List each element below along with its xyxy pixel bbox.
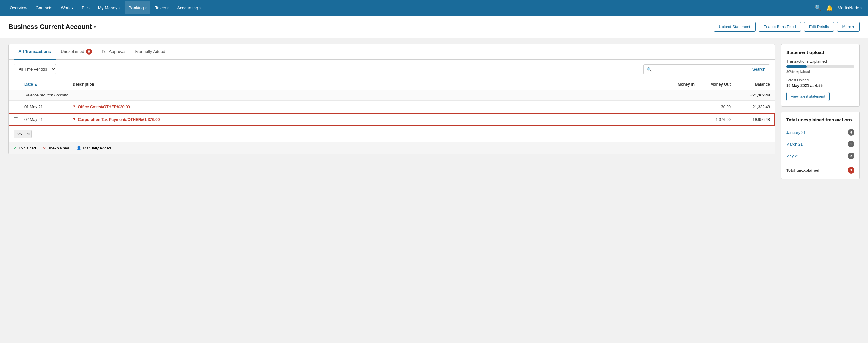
pagination-row: 25 10 50 100: [9, 126, 775, 142]
statement-upload-title: Statement upload: [786, 50, 855, 55]
balance-forward-row: Balance brought Forward £21,362.48: [9, 90, 775, 101]
upload-statement-button[interactable]: Upload Statement: [714, 22, 755, 32]
edit-details-button[interactable]: Edit Details: [804, 22, 834, 32]
total-unexplained-count: 9: [848, 167, 855, 174]
accounting-dropdown-icon: ▾: [199, 6, 201, 10]
latest-upload-label: Latest Upload: [786, 78, 855, 82]
tab-all-transactions[interactable]: All Transactions: [13, 44, 56, 60]
nav-right: 🔍 🔔 MediaNode ▾: [815, 4, 862, 11]
nav-left: Overview Contacts Work ▾ Bills My Money …: [6, 1, 205, 14]
search-box-icon: 🔍: [644, 65, 655, 74]
header-actions: Upload Statement Enable Bank Feed Edit D…: [714, 22, 860, 32]
nav-accounting[interactable]: Accounting ▾: [174, 1, 204, 14]
january-21-count: 6: [848, 129, 855, 136]
mymoney-dropdown-icon: ▾: [119, 6, 120, 10]
unexplained-item-jan: January 21 6: [786, 127, 855, 138]
col-date[interactable]: Date ▲: [25, 82, 73, 87]
unexplained-icon-1: ?: [73, 104, 75, 109]
person-icon: 👤: [76, 146, 81, 150]
row-checkbox-1[interactable]: [13, 105, 19, 109]
col-balance: Balance: [731, 82, 770, 87]
transactions-panel: All Transactions Unexplained 9 For Appro…: [8, 44, 775, 154]
unexplained-icon-2: ?: [73, 117, 75, 122]
may-21-count: 2: [848, 152, 855, 159]
page-size-select[interactable]: 25 10 50 100: [13, 130, 32, 138]
total-unexplained-row: Total unexplained 9: [786, 164, 855, 174]
row-checkbox-2[interactable]: [13, 117, 19, 122]
search-input[interactable]: [655, 65, 748, 74]
legend-unexplained: ? Unexplained: [43, 146, 69, 150]
total-unexplained-label: Total unexplained: [786, 168, 819, 173]
banking-dropdown-icon: ▾: [145, 6, 147, 10]
page-title: Business Current Account ▾: [8, 23, 96, 31]
more-dropdown-icon: ▾: [852, 25, 855, 29]
tab-for-approval[interactable]: For Approval: [97, 44, 130, 60]
taxes-dropdown-icon: ▾: [167, 6, 168, 10]
row-desc-cell-2: ? Corporation Tax Payment//OTHER/£1,376.…: [73, 117, 658, 122]
march-21-count: 1: [848, 141, 855, 147]
nav-banking[interactable]: Banking ▾: [125, 1, 150, 14]
check-icon: ✓: [13, 146, 17, 150]
unexplained-card-title: Total unexplained transactions: [786, 117, 855, 123]
may-21-link[interactable]: May 21: [786, 154, 799, 158]
search-button[interactable]: Search: [748, 65, 770, 74]
more-button[interactable]: More ▾: [837, 22, 860, 32]
row-desc-1[interactable]: Office Costs//OTHER/£30.00: [78, 105, 130, 109]
january-21-link[interactable]: January 21: [786, 130, 806, 135]
row-date-2: 02 May 21: [25, 117, 73, 122]
enable-bank-feed-button[interactable]: Enable Bank Feed: [758, 22, 801, 32]
unexplained-item-mar: March 21 1: [786, 138, 855, 150]
progress-bar-bg: [786, 65, 855, 68]
transactions-explained-label: Transactions Explained: [786, 59, 855, 64]
col-description: Description: [73, 82, 658, 87]
nav-contacts[interactable]: Contacts: [32, 1, 56, 14]
row-money-out-1: 30.00: [694, 105, 731, 109]
row-balance-2: 19,956.48: [731, 117, 770, 122]
col-money-in: Money In: [658, 82, 694, 87]
col-money-out: Money Out: [694, 82, 731, 87]
question-icon: ?: [43, 146, 45, 150]
bell-icon[interactable]: 🔔: [826, 4, 833, 11]
tab-manually-added[interactable]: Manually Added: [130, 44, 170, 60]
balance-forward-label: Balance brought Forward: [25, 93, 694, 97]
statement-upload-card: Statement upload Transactions Explained …: [781, 44, 860, 107]
search-icon[interactable]: 🔍: [815, 4, 821, 11]
legend: ✓ Explained ? Unexplained 👤 Manually Add…: [9, 142, 775, 154]
main-layout: All Transactions Unexplained 9 For Appro…: [0, 38, 868, 190]
view-latest-statement-button[interactable]: View latest statement: [786, 92, 830, 101]
balance-forward-amount: £21,362.48: [731, 93, 770, 97]
march-21-link[interactable]: March 21: [786, 142, 803, 146]
work-dropdown-icon: ▾: [72, 6, 73, 10]
top-navigation: Overview Contacts Work ▾ Bills My Money …: [0, 0, 868, 16]
row-desc-cell-1: ? Office Costs//OTHER/£30.00: [73, 104, 658, 109]
nav-work[interactable]: Work ▾: [57, 1, 77, 14]
page-header: Business Current Account ▾ Upload Statem…: [0, 16, 868, 38]
account-dropdown-icon[interactable]: ▾: [94, 25, 96, 29]
user-dropdown-icon: ▾: [861, 6, 862, 10]
col-checkbox: [13, 82, 25, 87]
progress-bar-fill: [786, 65, 807, 68]
nav-bills[interactable]: Bills: [78, 1, 93, 14]
legend-manually-added: 👤 Manually Added: [76, 146, 111, 150]
table-header: Date ▲ Description Money In Money Out Ba…: [9, 79, 775, 90]
nav-taxes[interactable]: Taxes ▾: [151, 1, 173, 14]
search-box: 🔍 Search: [643, 64, 770, 74]
row-date-1: 01 May 21: [25, 105, 73, 109]
progress-label: 30% explained: [786, 70, 855, 74]
right-panel: Statement upload Transactions Explained …: [781, 44, 860, 184]
table-row: 01 May 21 ? Office Costs//OTHER/£30.00 3…: [9, 101, 775, 113]
nav-overview[interactable]: Overview: [6, 1, 31, 14]
row-balance-1: 21,332.48: [731, 105, 770, 109]
unexplained-badge: 9: [86, 48, 92, 55]
tab-unexplained[interactable]: Unexplained 9: [56, 44, 97, 60]
latest-upload-value: 19 May 2021 at 4:55: [786, 83, 855, 88]
legend-explained: ✓ Explained: [13, 146, 36, 150]
time-period-select[interactable]: All Time Periods: [13, 64, 56, 74]
user-menu[interactable]: MediaNode ▾: [838, 5, 862, 10]
nav-mymoney[interactable]: My Money ▾: [94, 1, 124, 14]
row-desc-2[interactable]: Corporation Tax Payment//OTHER/£1,376.00: [78, 117, 159, 122]
unexplained-transactions-card: Total unexplained transactions January 2…: [781, 111, 860, 179]
row-money-out-2: 1,376.00: [694, 117, 731, 122]
unexplained-item-may: May 21 2: [786, 150, 855, 162]
filters-row: All Time Periods 🔍 Search: [9, 60, 775, 79]
